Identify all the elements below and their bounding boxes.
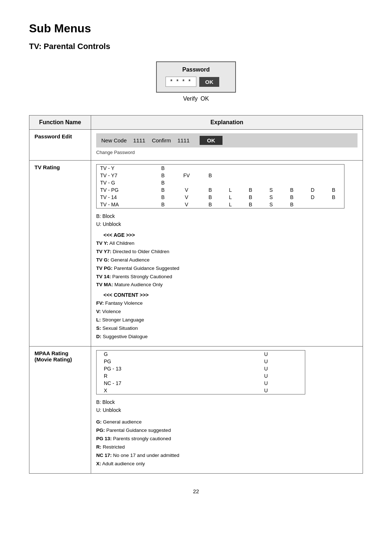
mpaa-block-legend: B: Block U: Unblock — [96, 398, 358, 414]
new-code-ok-button[interactable]: OK — [200, 136, 222, 145]
table-row: NC - 17 U — [97, 380, 305, 387]
list-item: TV 14: Parents Strongly Cautioned — [96, 273, 358, 281]
explanation-tv-rating: TV - Y B TV - Y7 B FV B TV - G B — [91, 161, 363, 347]
tv-age-descriptions: TV Y: All Children TV Y7: Directed to Ol… — [96, 239, 358, 289]
table-row: X U — [97, 387, 305, 394]
change-password-label: Change Password — [96, 150, 358, 155]
mpaa-function-name2: (Movie Rating) — [34, 356, 72, 362]
table-row: G U — [97, 351, 305, 358]
col-header-explanation: Explanation — [91, 116, 363, 130]
list-item: X: Adult audience only — [96, 460, 358, 468]
table-row: TV - Y B — [97, 165, 344, 172]
explanation-password-edit: New Code 1111 Confirm 1111 OK Change Pas… — [91, 130, 363, 161]
table-row: TV - 14 B V B L B S B D B — [97, 194, 344, 201]
list-item: TV Y7: Directed to Older Children — [96, 248, 358, 256]
list-item: PG 13: Parents strongly cautioned — [96, 435, 358, 443]
page-title: Sub Menus — [29, 22, 363, 35]
content-header: <<< CONTENT >>> — [103, 292, 358, 298]
mpaa-unblock-u: U: Unblock — [96, 406, 358, 414]
list-item: TV G: General Audience — [96, 256, 358, 264]
table-row: TV - Y7 B FV B — [97, 172, 344, 179]
password-stars[interactable]: * * * * — [166, 77, 196, 87]
list-item: PG: Parental Guidance suggested — [96, 426, 358, 435]
mpaa-block-b: B: Block — [96, 398, 358, 406]
main-table: Function Name Explanation Password Edit … — [29, 115, 363, 474]
table-row-tv-rating: TV Rating TV - Y B TV - Y7 B FV B — [29, 161, 363, 347]
list-item: G: General audience — [96, 418, 358, 426]
list-item: TV PG: Parental Guidance Suggested — [96, 264, 358, 273]
verify-row: Verify OK — [183, 96, 209, 102]
password-ok-button[interactable]: OK — [199, 77, 219, 87]
new-code-bar: New Code 1111 Confirm 1111 OK — [96, 133, 358, 147]
tv-rating-table: TV - Y B TV - Y7 B FV B TV - G B — [96, 164, 344, 208]
password-dialog-wrapper: Password * * * * OK Verify OK — [29, 61, 363, 102]
function-name-password-edit: Password Edit — [29, 130, 91, 161]
password-dialog: Password * * * * OK — [156, 61, 236, 93]
age-header: <<< AGE >>> — [103, 232, 358, 238]
tv-unblock-u: U: Unblock — [96, 220, 358, 228]
table-row: TV - G B — [97, 179, 344, 186]
list-item: FV: Fantasy Violence — [96, 299, 358, 308]
mpaa-function-name: MPAA Rating — [34, 350, 68, 356]
list-item: NC 17: No one 17 and under admitted — [96, 451, 358, 460]
list-item: L: Stronger Language — [96, 316, 358, 324]
tv-content-descriptions: FV: Fantasy Violence V: Violence L: Stro… — [96, 299, 358, 341]
confirm-value: 1111 — [177, 137, 189, 143]
verify-ok-label: OK — [200, 96, 209, 102]
list-item: TV Y: All Children — [96, 239, 358, 248]
table-row: PG - 13 U — [97, 365, 305, 372]
list-item: D: Suggestive Dialogue — [96, 333, 358, 341]
tv-block-legend: B: Block U: Unblock — [96, 212, 358, 228]
verify-label: Verify — [183, 96, 197, 102]
col-header-function: Function Name — [29, 116, 91, 130]
function-name-mpaa-rating: MPAA Rating (Movie Rating) — [29, 347, 91, 473]
table-row: PG U — [97, 358, 305, 365]
table-row: TV - MA B V B L B S B — [97, 201, 344, 208]
new-code-label: New Code — [101, 137, 127, 143]
mpaa-descriptions: G: General audience PG: Parental Guidanc… — [96, 418, 358, 468]
table-row-mpaa-rating: MPAA Rating (Movie Rating) G U PG — [29, 347, 363, 473]
confirm-label: Confirm — [152, 137, 171, 143]
list-item: S: Sexual Situation — [96, 324, 358, 333]
explanation-mpaa-rating: G U PG U PG - 13 — [91, 347, 363, 473]
password-dialog-title: Password — [166, 66, 226, 73]
list-item: R: Restricted — [96, 443, 358, 451]
tv-block-b: B: Block — [96, 212, 358, 220]
password-dialog-row: * * * * OK — [166, 77, 226, 87]
list-item: V: Violence — [96, 308, 358, 316]
page-subtitle: TV: Parental Controls — [29, 42, 363, 51]
new-code-value: 1111 — [133, 137, 145, 143]
page-number: 22 — [29, 488, 363, 494]
table-row-password-edit: Password Edit New Code 1111 Confirm 1111… — [29, 130, 363, 161]
mpaa-rating-table: G U PG U PG - 13 — [96, 350, 305, 394]
function-name-tv-rating: TV Rating — [29, 161, 91, 347]
table-row: R U — [97, 372, 305, 380]
list-item: TV MA: Mature Audience Only — [96, 281, 358, 289]
table-row: TV - PG B V B L B S B D B — [97, 186, 344, 194]
